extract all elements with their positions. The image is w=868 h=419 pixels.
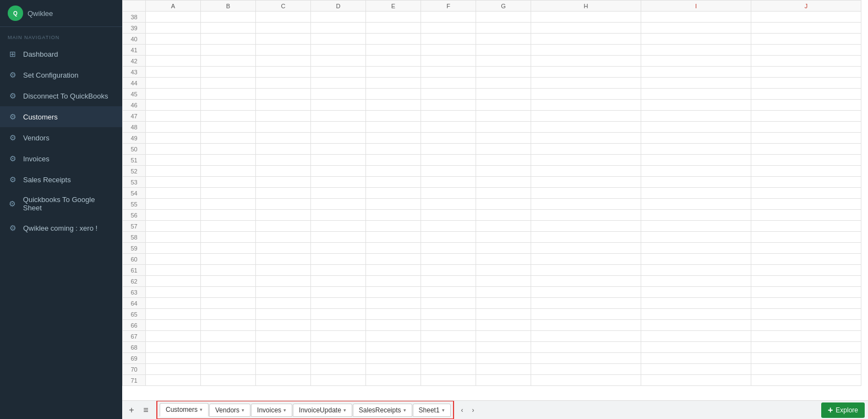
spreadsheet-cell[interactable] <box>476 375 531 386</box>
spreadsheet-cell[interactable] <box>476 331 531 342</box>
spreadsheet-cell[interactable] <box>476 320 531 331</box>
spreadsheet-cell[interactable] <box>256 155 311 166</box>
spreadsheet-cell[interactable] <box>311 320 366 331</box>
spreadsheet-cell[interactable] <box>641 232 751 243</box>
spreadsheet-cell[interactable] <box>256 56 311 67</box>
spreadsheet-cell[interactable] <box>146 298 201 309</box>
spreadsheet-cell[interactable] <box>311 309 366 320</box>
spreadsheet-cell[interactable] <box>421 56 476 67</box>
spreadsheet-cell[interactable] <box>146 166 201 177</box>
spreadsheet-cell[interactable] <box>311 199 366 210</box>
spreadsheet-cell[interactable] <box>751 342 861 353</box>
sidebar-item-qwiklee-xero[interactable]: ⚙ Qwiklee coming : xero ! <box>0 217 122 238</box>
spreadsheet-cell[interactable] <box>751 221 861 232</box>
spreadsheet-cell[interactable] <box>476 232 531 243</box>
spreadsheet-cell[interactable] <box>751 23 861 34</box>
spreadsheet-cell[interactable] <box>366 67 421 78</box>
spreadsheet-cell[interactable] <box>421 45 476 56</box>
spreadsheet-cell[interactable] <box>641 298 751 309</box>
spreadsheet-cell[interactable] <box>751 89 861 100</box>
spreadsheet-cell[interactable] <box>311 364 366 375</box>
spreadsheet-cell[interactable] <box>641 375 751 386</box>
spreadsheet-cell[interactable] <box>366 56 421 67</box>
spreadsheet-cell[interactable] <box>641 221 751 232</box>
spreadsheet-cell[interactable] <box>641 320 751 331</box>
spreadsheet-cell[interactable] <box>421 298 476 309</box>
spreadsheet-cell[interactable] <box>531 89 641 100</box>
spreadsheet-cell[interactable] <box>201 56 256 67</box>
col-header-J[interactable]: J <box>751 1 861 12</box>
spreadsheet-cell[interactable] <box>146 177 201 188</box>
spreadsheet-cell[interactable] <box>201 166 256 177</box>
spreadsheet-cell[interactable] <box>751 56 861 67</box>
tab-dropdown-icon[interactable]: ▾ <box>283 407 286 413</box>
spreadsheet-cell[interactable] <box>531 254 641 265</box>
spreadsheet-cell[interactable] <box>421 364 476 375</box>
spreadsheet-cell[interactable] <box>531 78 641 89</box>
spreadsheet-cell[interactable] <box>476 254 531 265</box>
spreadsheet-cell[interactable] <box>201 287 256 298</box>
scroll-right-button[interactable]: › <box>468 405 478 415</box>
tab-customers[interactable]: Customers ▾ <box>160 403 209 417</box>
spreadsheet-cell[interactable] <box>641 276 751 287</box>
sidebar-item-set-configuration[interactable]: ⚙ Set Configuration <box>0 64 122 85</box>
spreadsheet-cell[interactable] <box>751 375 861 386</box>
spreadsheet-cell[interactable] <box>476 166 531 177</box>
spreadsheet-cell[interactable] <box>201 177 256 188</box>
spreadsheet-cell[interactable] <box>311 155 366 166</box>
spreadsheet-cell[interactable] <box>641 133 751 144</box>
spreadsheet-cell[interactable] <box>476 364 531 375</box>
spreadsheet-cell[interactable] <box>256 232 311 243</box>
spreadsheet-cell[interactable] <box>476 34 531 45</box>
spreadsheet-cell[interactable] <box>311 265 366 276</box>
spreadsheet-cell[interactable] <box>531 265 641 276</box>
spreadsheet-cell[interactable] <box>201 221 256 232</box>
spreadsheet-cell[interactable] <box>311 331 366 342</box>
spreadsheet-cell[interactable] <box>421 254 476 265</box>
sidebar-item-sales-receipts[interactable]: ⚙ Sales Receipts <box>0 169 122 190</box>
spreadsheet-cell[interactable] <box>366 89 421 100</box>
spreadsheet-cell[interactable] <box>201 100 256 111</box>
spreadsheet-cell[interactable] <box>421 155 476 166</box>
spreadsheet-cell[interactable] <box>476 111 531 122</box>
spreadsheet-cell[interactable] <box>641 166 751 177</box>
spreadsheet-cell[interactable] <box>311 243 366 254</box>
spreadsheet-cell[interactable] <box>201 188 256 199</box>
spreadsheet-cell[interactable] <box>641 243 751 254</box>
col-header-B[interactable]: B <box>201 1 256 12</box>
spreadsheet-cell[interactable] <box>201 375 256 386</box>
spreadsheet-cell[interactable] <box>256 23 311 34</box>
spreadsheet-cell[interactable] <box>366 34 421 45</box>
spreadsheet-cell[interactable] <box>256 188 311 199</box>
spreadsheet-cell[interactable] <box>146 133 201 144</box>
spreadsheet-cell[interactable] <box>201 122 256 133</box>
spreadsheet-cell[interactable] <box>421 133 476 144</box>
spreadsheet-cell[interactable] <box>146 12 201 23</box>
spreadsheet-cell[interactable] <box>531 243 641 254</box>
spreadsheet-cell[interactable] <box>641 331 751 342</box>
spreadsheet-cell[interactable] <box>751 45 861 56</box>
spreadsheet-cell[interactable] <box>311 375 366 386</box>
spreadsheet-cell[interactable] <box>531 287 641 298</box>
spreadsheet-cell[interactable] <box>311 353 366 364</box>
spreadsheet-cell[interactable] <box>201 144 256 155</box>
spreadsheet-cell[interactable] <box>256 364 311 375</box>
sidebar-item-dashboard[interactable]: ⊞ Dashboard <box>0 43 122 64</box>
spreadsheet-wrapper[interactable]: A B C D E F G H I J 38394041424344454647… <box>122 0 868 400</box>
tab-invoices[interactable]: Invoices ▾ <box>251 404 292 417</box>
spreadsheet-cell[interactable] <box>146 320 201 331</box>
spreadsheet-cell[interactable] <box>311 254 366 265</box>
spreadsheet-cell[interactable] <box>421 265 476 276</box>
spreadsheet-cell[interactable] <box>531 144 641 155</box>
sidebar-item-disconnect-quickbooks[interactable]: ⚙ Disconnect To QuickBooks <box>0 85 122 106</box>
spreadsheet-cell[interactable] <box>751 122 861 133</box>
add-sheet-button[interactable]: + <box>125 404 138 416</box>
spreadsheet-cell[interactable] <box>201 342 256 353</box>
spreadsheet-cell[interactable] <box>476 45 531 56</box>
spreadsheet-cell[interactable] <box>476 243 531 254</box>
spreadsheet-cell[interactable] <box>256 287 311 298</box>
spreadsheet-cell[interactable] <box>476 78 531 89</box>
spreadsheet-cell[interactable] <box>476 221 531 232</box>
spreadsheet-cell[interactable] <box>641 23 751 34</box>
spreadsheet-cell[interactable] <box>256 100 311 111</box>
